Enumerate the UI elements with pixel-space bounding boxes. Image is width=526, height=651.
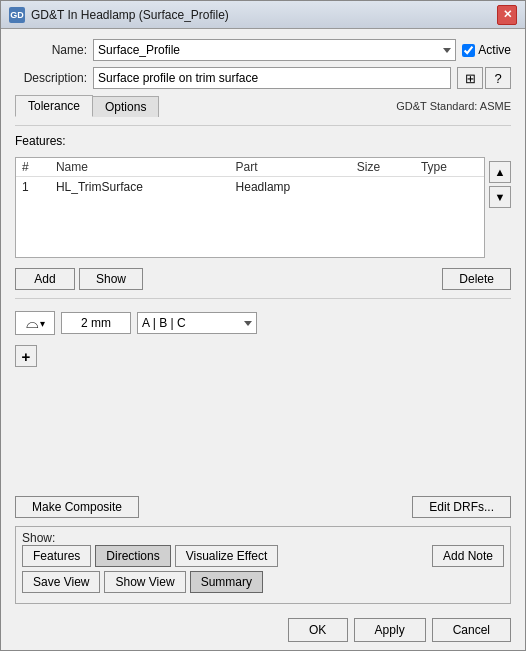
cell-size [351, 177, 415, 198]
add-button[interactable]: Add [15, 268, 75, 290]
col-part: Part [230, 158, 351, 177]
features-label: Features: [15, 134, 511, 148]
active-checkbox-group: Active [462, 43, 511, 57]
footer-row: OK Apply Cancel [1, 612, 525, 650]
tolerance-row: ⌓ ▾ A | B | C [15, 311, 511, 335]
add-row-button[interactable]: + [15, 345, 37, 367]
visualize-effect-button[interactable]: Visualize Effect [175, 545, 279, 567]
arrow-buttons: ▲ ▼ [489, 157, 511, 258]
tabs-row: Tolerance Options GD&T Standard: ASME [15, 95, 511, 117]
title-bar: GD GD&T In Headlamp (Surface_Profile) ✕ [1, 1, 525, 29]
name-select[interactable]: Surface_Profile [93, 39, 456, 61]
show-section: Show: Features Directions Visualize Effe… [15, 526, 511, 604]
tab-tolerance[interactable]: Tolerance [15, 95, 93, 117]
profile-symbol: ⌓ [26, 314, 39, 332]
ok-button[interactable]: OK [288, 618, 348, 642]
main-window: GD GD&T In Headlamp (Surface_Profile) ✕ … [0, 0, 526, 651]
plus-row: + [15, 345, 511, 367]
mid-spacer [15, 373, 511, 486]
add-delete-row: Add Show Delete [15, 268, 511, 290]
show-label: Show: [22, 531, 55, 545]
col-num: # [16, 158, 50, 177]
grid-icon-btn[interactable]: ⊞ [457, 67, 483, 89]
tolerance-input[interactable] [61, 312, 131, 334]
window-icon: GD [9, 7, 25, 23]
table-header-row: # Name Part Size Type [16, 158, 484, 177]
table-row[interactable]: 1 HL_TrimSurface Headlamp [16, 177, 484, 198]
show-button[interactable]: Show [79, 268, 143, 290]
delete-button[interactable]: Delete [442, 268, 511, 290]
close-button[interactable]: ✕ [497, 5, 517, 25]
content-area: Name: Surface_Profile Active Description… [1, 29, 525, 612]
apply-button[interactable]: Apply [354, 618, 426, 642]
save-view-button[interactable]: Save View [22, 571, 100, 593]
profile-dropdown-arrow: ▾ [40, 318, 45, 329]
active-label: Active [478, 43, 511, 57]
show-buttons-row-2: Save View Show View Summary [22, 571, 504, 593]
show-view-button[interactable]: Show View [104, 571, 185, 593]
col-size: Size [351, 158, 415, 177]
features-table-container: # Name Part Size Type 1 HL_TrimSurface H… [15, 157, 485, 258]
icon-buttons: ⊞ ? [457, 67, 511, 89]
features-table: # Name Part Size Type 1 HL_TrimSurface H… [16, 158, 484, 197]
summary-button[interactable]: Summary [190, 571, 263, 593]
profile-symbol-btn[interactable]: ⌓ ▾ [15, 311, 55, 335]
cell-num: 1 [16, 177, 50, 198]
standard-text: GD&T Standard: ASME [396, 100, 511, 112]
make-edit-row: Make Composite Edit DRFs... [15, 496, 511, 518]
name-row: Name: Surface_Profile Active [15, 39, 511, 61]
datum-select[interactable]: A | B | C [137, 312, 257, 334]
edit-drfs-button[interactable]: Edit DRFs... [412, 496, 511, 518]
show-buttons-row-1: Features Directions Visualize Effect Add… [22, 545, 504, 567]
make-composite-button[interactable]: Make Composite [15, 496, 139, 518]
cell-name: HL_TrimSurface [50, 177, 230, 198]
cell-part: Headlamp [230, 177, 351, 198]
description-row: Description: ⊞ ? [15, 67, 511, 89]
name-label: Name: [15, 43, 87, 57]
directions-show-button[interactable]: Directions [95, 545, 170, 567]
cell-type [415, 177, 484, 198]
description-label: Description: [15, 71, 87, 85]
active-checkbox[interactable] [462, 44, 475, 57]
features-wrapper: # Name Part Size Type 1 HL_TrimSurface H… [15, 157, 511, 258]
help-icon-btn[interactable]: ? [485, 67, 511, 89]
mid-divider [15, 298, 511, 299]
cancel-button[interactable]: Cancel [432, 618, 511, 642]
tab-options[interactable]: Options [92, 96, 159, 117]
description-input[interactable] [93, 67, 451, 89]
tab-divider [15, 125, 511, 126]
col-name: Name [50, 158, 230, 177]
features-show-button[interactable]: Features [22, 545, 91, 567]
title-bar-left: GD GD&T In Headlamp (Surface_Profile) [9, 7, 229, 23]
add-note-button[interactable]: Add Note [432, 545, 504, 567]
move-down-button[interactable]: ▼ [489, 186, 511, 208]
col-type: Type [415, 158, 484, 177]
move-up-button[interactable]: ▲ [489, 161, 511, 183]
window-title: GD&T In Headlamp (Surface_Profile) [31, 8, 229, 22]
